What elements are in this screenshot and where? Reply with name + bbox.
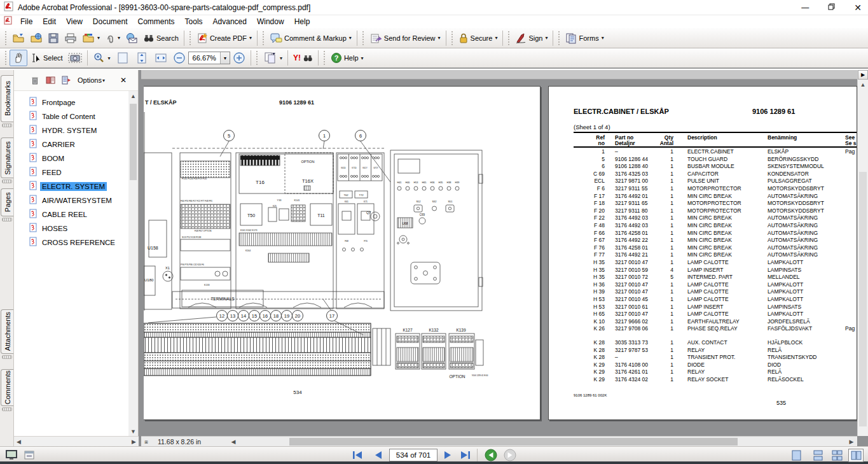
toolbar-grip[interactable] [4, 31, 8, 45]
menu-help[interactable]: Help [289, 16, 315, 27]
scrollbar-thumb[interactable] [859, 172, 867, 426]
email-button[interactable] [123, 31, 141, 46]
toolbar-grip[interactable] [558, 31, 561, 45]
zoom-out-button[interactable] [170, 50, 188, 66]
scroll-down-icon[interactable]: ▼ [128, 426, 138, 436]
scroll-left-icon[interactable]: ◀ [17, 439, 21, 445]
send-for-review-button[interactable]: Send for Review▾ [367, 31, 443, 46]
bookmark-item-hoses[interactable]: HOSES [14, 221, 128, 236]
zoom-in-button[interactable] [230, 50, 248, 66]
reading-mode-icon[interactable] [24, 451, 34, 462]
toolbar-grip[interactable] [451, 31, 454, 45]
menu-edit[interactable]: Edit [38, 16, 61, 27]
last-page-button[interactable] [458, 449, 473, 461]
document-hscrollbar[interactable]: ⧆ 11.68 x 8.26 in ◀ ▶ [141, 436, 857, 446]
facing-layout-icon[interactable] [848, 449, 864, 462]
minimize-icon[interactable]: ― [801, 3, 809, 12]
toolbar-overflow-icon[interactable]: ▶ [858, 70, 868, 80]
pane-splitter-icon[interactable]: ⧆ [142, 438, 150, 446]
bookmarks-hscrollbar[interactable]: ◀ ▶ [14, 436, 139, 446]
scroll-up-icon[interactable]: ▲ [128, 91, 138, 101]
scrollbar-thumb[interactable] [289, 438, 738, 446]
first-page-button[interactable] [350, 449, 365, 461]
fit-page-button[interactable] [132, 49, 151, 67]
forms-button[interactable]: Forms▾ [563, 31, 606, 46]
tab-pages[interactable]: Pages [1, 188, 13, 216]
comment-markup-button[interactable]: Comment & Markup▾ [267, 31, 354, 46]
menu-view[interactable]: View [61, 16, 88, 27]
continuous-facing-layout-icon[interactable] [829, 449, 844, 462]
scroll-right-icon[interactable]: ▶ [847, 437, 856, 446]
bookmark-item-table-of-content[interactable]: Table of Content [14, 109, 128, 123]
select-tool-button[interactable]: Select [27, 50, 65, 66]
tab-signatures[interactable]: Signatures [1, 137, 13, 178]
menu-window[interactable]: Window [252, 16, 289, 27]
delete-bookmark-icon[interactable] [31, 76, 39, 85]
document-vscrollbar[interactable]: ▶ ▲ [857, 70, 868, 436]
bookmark-item-boom[interactable]: BOOM [14, 151, 128, 165]
bookmark-item-hydr-system[interactable]: HYDR. SYSTEM [14, 123, 128, 137]
new-bookmark-icon[interactable] [62, 76, 71, 85]
toolbar-grip[interactable] [189, 31, 192, 45]
scroll-up-icon[interactable]: ▲ [858, 80, 868, 89]
snapshot-button[interactable] [65, 50, 85, 66]
sign-button[interactable]: Sign▾ [513, 31, 550, 46]
tab-comments[interactable]: Comments [1, 369, 13, 406]
next-page-button[interactable] [440, 449, 455, 461]
toolbar-grip[interactable] [256, 51, 259, 65]
scrollbar-thumb[interactable] [130, 104, 137, 180]
bookmark-item-electr-system[interactable]: ELECTR. SYSTEM [14, 179, 128, 193]
open-button[interactable] [10, 31, 27, 46]
menu-advanced[interactable]: Advanced [208, 16, 252, 27]
previous-page-button[interactable] [371, 449, 386, 461]
toolbar-grip[interactable] [4, 51, 8, 65]
zoom-level-combo[interactable]: 66.67%▾ [188, 52, 230, 64]
hand-tool-button[interactable] [10, 50, 27, 66]
toolbar-grip[interactable] [362, 31, 365, 45]
scroll-right-icon[interactable]: ▶ [132, 439, 136, 445]
toolbar-grip[interactable] [262, 31, 265, 45]
bookmark-item-carrier[interactable]: CARRIER [14, 137, 128, 151]
menu-file[interactable]: File [15, 16, 38, 27]
attach-button[interactable]: ▾ [102, 31, 123, 46]
zoom-level-value[interactable]: 66.67% [189, 54, 220, 62]
bookmark-item-feed[interactable]: FEED [14, 165, 128, 179]
bookmark-item-cable-reel[interactable]: CABLE REEL [14, 207, 128, 221]
scroll-left-icon[interactable]: ◀ [229, 437, 238, 446]
options-menu-button[interactable]: Options▾ [78, 76, 105, 84]
help-button[interactable]: ?Help▾ [328, 50, 366, 66]
close-panel-icon[interactable]: ✕ [120, 76, 127, 85]
fullscreen-view-icon[interactable] [5, 449, 18, 463]
restore-icon[interactable] [828, 3, 835, 12]
search-button[interactable]: Search [141, 31, 181, 45]
close-icon[interactable]: ✕ [854, 3, 862, 13]
tab-bookmarks[interactable]: Bookmarks [1, 75, 13, 122]
tab-attachments[interactable]: Attachments [1, 309, 13, 354]
single-page-layout-icon[interactable] [789, 449, 804, 462]
fit-width-button[interactable] [151, 49, 170, 67]
zoom-in-tool-button[interactable]: ▾ [90, 50, 113, 66]
organizer-button[interactable]: ▾ [79, 31, 102, 46]
previous-view-button[interactable] [483, 449, 499, 461]
chevron-down-icon[interactable]: ▾ [220, 52, 230, 64]
toolbar-grip[interactable] [507, 31, 511, 45]
menu-document[interactable]: Document [88, 16, 133, 27]
create-pdf-button[interactable]: Create PDF▾ [194, 31, 254, 46]
save-button[interactable] [45, 31, 62, 46]
next-view-button[interactable] [502, 449, 518, 461]
page-display-button[interactable]: ▾ [261, 50, 285, 66]
menu-tools[interactable]: Tools [180, 16, 208, 27]
continuous-layout-icon[interactable] [810, 449, 825, 462]
actual-size-button[interactable] [113, 49, 132, 67]
menu-comments[interactable]: Comments [133, 16, 180, 27]
bookmark-item-frontpage[interactable]: Frontpage [14, 95, 128, 109]
toolbar-grip[interactable] [323, 51, 326, 65]
secure-button[interactable]: Secure▾ [456, 31, 500, 46]
print-button[interactable] [62, 31, 79, 46]
page-number-input[interactable]: 534 of 701 [389, 449, 437, 461]
yahoo-search-button[interactable]: Y! [291, 52, 315, 64]
bookmark-item-cross-reference[interactable]: CROSS REFERENCE [14, 236, 128, 250]
bookmarks-scrollbar[interactable]: ▲ ▼ [128, 91, 138, 436]
expand-bookmark-icon[interactable] [46, 76, 55, 85]
open-web-button[interactable] [27, 31, 45, 46]
